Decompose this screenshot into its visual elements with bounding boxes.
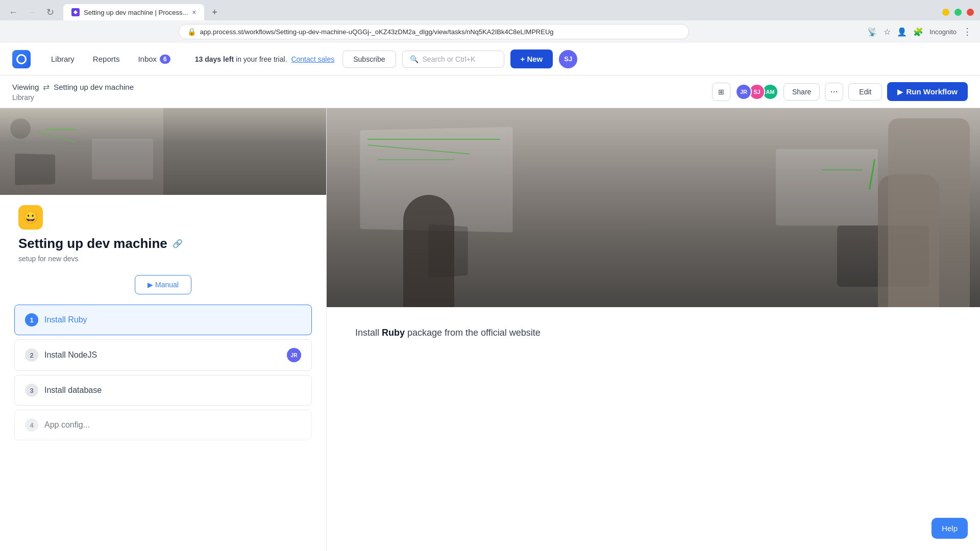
browser-menu-icons: 📡 ☆ 👤 🧩 Incognito ⋮: [867, 26, 972, 37]
tab-title: Setting up dev machine | Process...: [84, 9, 188, 16]
run-workflow-label: Run Workflow: [906, 87, 958, 96]
window-minimize[interactable]: [942, 9, 949, 16]
description-pre: Install: [355, 328, 382, 338]
window-close[interactable]: [967, 9, 974, 16]
nav-library[interactable]: Library: [43, 51, 83, 68]
avatar-jr[interactable]: JR: [736, 84, 752, 100]
task-number-1: 1: [25, 313, 38, 327]
nav-reports[interactable]: Reports: [85, 51, 128, 68]
inbox-badge: 6: [160, 55, 170, 64]
trial-bold: 13 days left: [195, 55, 234, 63]
left-panel: 😀 Setting up dev machine 🔗 setup for new…: [0, 108, 327, 551]
description-post: package from the official website: [405, 328, 541, 338]
main-nav: Library Reports Inbox 6: [43, 51, 179, 68]
help-button[interactable]: Help: [932, 518, 968, 539]
logo[interactable]: [12, 50, 31, 68]
incognito-label: Incognito: [929, 28, 957, 36]
edit-button[interactable]: Edit: [848, 83, 882, 101]
sync-icon: ⇄: [43, 82, 50, 92]
manual-button[interactable]: ▶ Manual: [135, 275, 191, 294]
extensions-icon[interactable]: 🧩: [913, 27, 923, 37]
nav-inbox[interactable]: Inbox 6: [130, 51, 178, 68]
breadcrumb-left: Viewing ⇄ Setting up dev machine Library: [12, 82, 134, 102]
app-header: Library Reports Inbox 6 13 days left in …: [0, 43, 980, 76]
window-maximize[interactable]: [954, 9, 962, 16]
task-name-3: Install database: [44, 386, 301, 395]
back-btn[interactable]: ←: [6, 5, 20, 19]
tab-close-icon[interactable]: ×: [192, 8, 196, 16]
contact-sales-link[interactable]: Contact sales: [291, 55, 334, 63]
workflow-meta: 😀 Setting up dev machine 🔗 setup for new…: [0, 195, 326, 271]
workflow-emoji: 😀: [18, 205, 43, 230]
right-panel: Install Ruby package from the official w…: [327, 108, 980, 551]
main-content: 😀 Setting up dev machine 🔗 setup for new…: [0, 108, 980, 551]
task-description: Install Ruby package from the official w…: [355, 325, 951, 340]
grid-icon: ⊞: [718, 88, 724, 96]
share-button[interactable]: Share: [783, 83, 820, 101]
task-number-3: 3: [25, 384, 38, 397]
trial-banner: 13 days left in your free trial. Contact…: [195, 55, 334, 63]
tab-bar: ← → ↻ Setting up dev machine | Process..…: [0, 0, 980, 20]
right-panel-image: [327, 108, 980, 307]
breadcrumb-library[interactable]: Library: [12, 93, 134, 102]
viewing-label: Viewing: [12, 83, 39, 91]
task-item[interactable]: 1 Install Ruby: [14, 305, 312, 335]
task-name-2: Install NodeJS: [44, 350, 281, 360]
browser-chrome: ← → ↻ Setting up dev machine | Process..…: [0, 0, 980, 43]
forward-btn[interactable]: →: [24, 5, 39, 19]
new-button[interactable]: + New: [510, 49, 553, 68]
url-text: app.process.st/workflows/Setting-up-dev-…: [200, 28, 680, 36]
refresh-btn[interactable]: ↻: [43, 5, 57, 19]
bookmark-icon[interactable]: ☆: [884, 27, 891, 37]
manual-btn-wrapper: ▶ Manual: [0, 271, 326, 305]
search-bar[interactable]: 🔍 Search or Ctrl+K: [402, 51, 504, 68]
run-workflow-button[interactable]: ▶ Run Workflow: [887, 82, 968, 101]
task-item-2[interactable]: 2 Install NodeJS JR: [14, 339, 312, 371]
task-item-3[interactable]: 3 Install database: [14, 375, 312, 406]
workflow-header-image: [0, 108, 326, 195]
search-icon: 🔍: [410, 55, 419, 63]
link-icon[interactable]: 🔗: [173, 239, 183, 248]
active-tab[interactable]: Setting up dev machine | Process... ×: [63, 4, 204, 20]
task-assignee-jr: JR: [287, 348, 301, 362]
workflow-title: Setting up dev machine 🔗: [18, 236, 308, 252]
trial-text: in your free trial.: [236, 55, 287, 63]
breadcrumb-top: Viewing ⇄ Setting up dev machine: [12, 82, 134, 92]
task-item-4[interactable]: 4 App config...: [14, 410, 312, 440]
user-avatar[interactable]: SJ: [559, 50, 577, 68]
breadcrumb-bar: Viewing ⇄ Setting up dev machine Library…: [0, 76, 980, 108]
profile-icon[interactable]: 👤: [897, 27, 907, 37]
breadcrumb-workflow-name: Setting up dev machine: [54, 83, 134, 91]
lock-icon: 🔒: [187, 28, 196, 36]
right-panel-content: Install Ruby package from the official w…: [327, 307, 980, 359]
play-icon: ▶: [897, 88, 903, 96]
new-tab-btn[interactable]: +: [206, 4, 223, 20]
collab-avatars: JR SJ AM: [736, 84, 778, 100]
description-bold: Ruby: [382, 328, 405, 338]
task-name-1: Install Ruby: [44, 315, 87, 324]
tab-favicon: [71, 8, 80, 16]
breadcrumb-right: ⊞ JR SJ AM Share ··· Edit ▶ Run Workflow: [712, 82, 968, 101]
task-list: 1 Install Ruby 2 Install NodeJS JR 3 Ins…: [0, 305, 326, 453]
more-options-icon[interactable]: ⋮: [963, 26, 972, 37]
subscribe-button[interactable]: Subscribe: [342, 51, 396, 68]
url-bar[interactable]: 🔒 app.process.st/workflows/Setting-up-de…: [179, 24, 689, 39]
task-number-4: 4: [25, 418, 38, 432]
grid-icon-btn[interactable]: ⊞: [712, 83, 730, 101]
workflow-subtitle: setup for new devs: [18, 255, 308, 263]
cast-icon[interactable]: 📡: [867, 27, 877, 37]
more-button[interactable]: ···: [825, 83, 843, 101]
task-number-2: 2: [25, 348, 38, 362]
task-name-4: App config...: [44, 420, 90, 430]
address-bar: 🔒 app.process.st/workflows/Setting-up-de…: [0, 20, 980, 43]
search-placeholder: Search or Ctrl+K: [423, 55, 476, 63]
